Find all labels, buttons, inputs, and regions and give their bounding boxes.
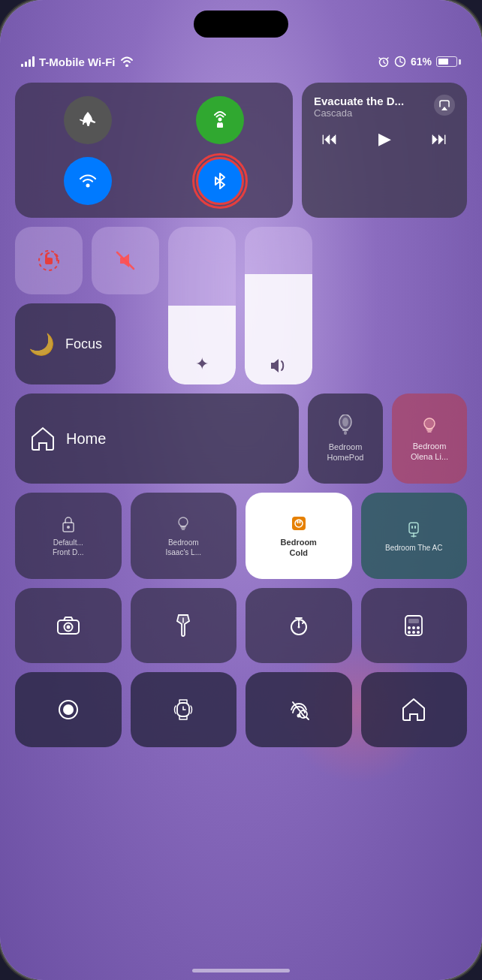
battery-icon <box>436 56 461 67</box>
default-front-button[interactable]: Default...Front D... <box>15 493 122 579</box>
music-info: Evacuate the D... Cascada <box>314 95 428 119</box>
moon-icon: 🌙 <box>29 332 55 357</box>
wifi-calling-icon <box>209 110 230 131</box>
svg-point-33 <box>412 631 415 634</box>
music-tile[interactable]: Evacuate the D... Cascada ⏮ ▶ ⏭ <box>302 83 467 218</box>
svg-point-12 <box>67 526 70 529</box>
home-indicator[interactable] <box>192 969 290 972</box>
default-front-label: Default...Front D... <box>53 538 84 557</box>
svg-point-29 <box>408 626 411 629</box>
connectivity-tile[interactable] <box>15 83 293 218</box>
screen-record-button[interactable] <box>15 672 122 747</box>
status-right: 61% <box>378 56 461 68</box>
wifi-button-icon <box>77 170 98 191</box>
bedroom-homepod-button[interactable]: BedroomHomePod <box>308 394 383 484</box>
bulb-small-icon <box>173 514 193 534</box>
row-controls: 🌙 Focus ✦ <box>15 227 467 384</box>
timer-icon <box>288 614 310 637</box>
next-button[interactable]: ⏭ <box>423 126 455 152</box>
screen-record-icon <box>56 698 80 722</box>
signal-bar-2 <box>25 62 27 67</box>
row-home: Home BedroomHomePod BedroomOlena <box>15 394 467 484</box>
brightness-slider[interactable]: ✦ <box>168 227 236 384</box>
airplane-mode-button[interactable] <box>64 96 112 144</box>
brightness-icon: ✦ <box>195 354 209 374</box>
bedroom-cold-label: BedroomCold <box>281 537 317 559</box>
wifi-calling-button[interactable] <box>196 96 244 144</box>
bedroom-ac-label: Bedroom The AC <box>385 543 443 553</box>
calculator-button[interactable] <box>361 588 468 663</box>
calculator-icon <box>403 614 424 637</box>
bedroom-ac-button[interactable]: Bedroom The AC <box>361 493 468 579</box>
sound-recognition-button[interactable] <box>246 672 352 747</box>
svg-rect-20 <box>414 526 416 529</box>
play-button[interactable]: ▶ <box>371 126 399 152</box>
svg-point-3 <box>86 183 90 187</box>
svg-point-13 <box>179 517 188 526</box>
screen-lock-button[interactable] <box>15 227 83 294</box>
row-connectivity-music: Evacuate the D... Cascada ⏮ ▶ ⏭ <box>15 83 467 218</box>
watch-connect-button[interactable] <box>131 672 237 747</box>
timer-button[interactable] <box>246 588 352 663</box>
homepod-icon <box>334 415 357 437</box>
left-controls: 🌙 Focus <box>15 227 159 384</box>
signal-bar-4 <box>32 56 35 67</box>
sound-recognition-icon <box>287 698 311 722</box>
home-app-button[interactable] <box>361 672 468 747</box>
bedroom-homepod-label: BedroomHomePod <box>327 442 364 463</box>
music-info-row: Evacuate the D... Cascada <box>314 95 455 119</box>
signal-bar-3 <box>29 59 31 67</box>
music-title: Evacuate the D... <box>314 95 428 107</box>
home-label: Home <box>66 430 106 448</box>
home-app-icon <box>402 698 426 721</box>
battery-percent: 61% <box>411 56 432 68</box>
svg-point-36 <box>63 704 74 715</box>
wifi-button[interactable] <box>64 157 112 205</box>
bluetooth-button[interactable] <box>196 157 244 205</box>
phone-frame: T-Mobile Wi-Fi 61% <box>0 0 482 980</box>
svg-rect-28 <box>408 619 419 623</box>
bulb-icon <box>419 415 440 436</box>
lock-rotation-icon <box>36 248 62 273</box>
svg-rect-18 <box>409 523 418 533</box>
bedroom-olena-label: BedroomOlena Li... <box>411 441 448 463</box>
svg-point-30 <box>412 626 415 629</box>
bedroom-isaacs-button[interactable]: BedroomIsaac's L... <box>131 493 237 579</box>
status-left: T-Mobile Wi-Fi <box>21 56 134 68</box>
home-button[interactable]: Home <box>15 394 299 484</box>
mute-button[interactable] <box>92 227 159 294</box>
music-controls: ⏮ ▶ ⏭ <box>314 126 455 152</box>
control-center: Evacuate the D... Cascada ⏮ ▶ ⏭ <box>15 83 467 950</box>
dynamic-island <box>194 11 288 38</box>
bluetooth-icon <box>212 170 228 191</box>
svg-rect-16 <box>297 520 298 523</box>
bedroom-olena-button[interactable]: BedroomOlena Li... <box>392 394 467 484</box>
watch-icon <box>173 697 194 722</box>
focus-button[interactable]: 🌙 Focus <box>15 303 116 384</box>
bedroom-cold-button[interactable]: BedroomCold <box>246 493 352 579</box>
svg-point-31 <box>417 626 420 629</box>
svg-point-7 <box>342 418 348 427</box>
plug-icon <box>404 520 423 539</box>
sliders-column: ✦ <box>168 227 312 384</box>
camera-button[interactable] <box>15 588 122 663</box>
flashlight-icon <box>174 614 192 638</box>
flashlight-button[interactable] <box>131 588 237 663</box>
row-home-tiles: Default...Front D... BedroomIsaac's L... <box>15 493 467 579</box>
carrier-label: T-Mobile Wi-Fi <box>39 56 116 68</box>
outlet-icon <box>289 514 309 533</box>
volume-slider[interactable] <box>245 227 312 384</box>
airplay-icon <box>438 99 450 111</box>
airplay-button[interactable] <box>434 95 455 116</box>
prev-button[interactable]: ⏮ <box>314 126 345 152</box>
mute-icon <box>114 249 137 272</box>
airplane-icon <box>77 110 98 131</box>
alarm-icon <box>378 56 390 68</box>
signal-bar-1 <box>21 64 23 67</box>
focus-label: Focus <box>65 336 102 352</box>
svg-rect-19 <box>411 526 413 529</box>
svg-rect-9 <box>344 431 347 435</box>
svg-point-10 <box>424 418 435 429</box>
music-artist: Cascada <box>314 107 428 119</box>
status-bar: T-Mobile Wi-Fi 61% <box>0 45 482 78</box>
